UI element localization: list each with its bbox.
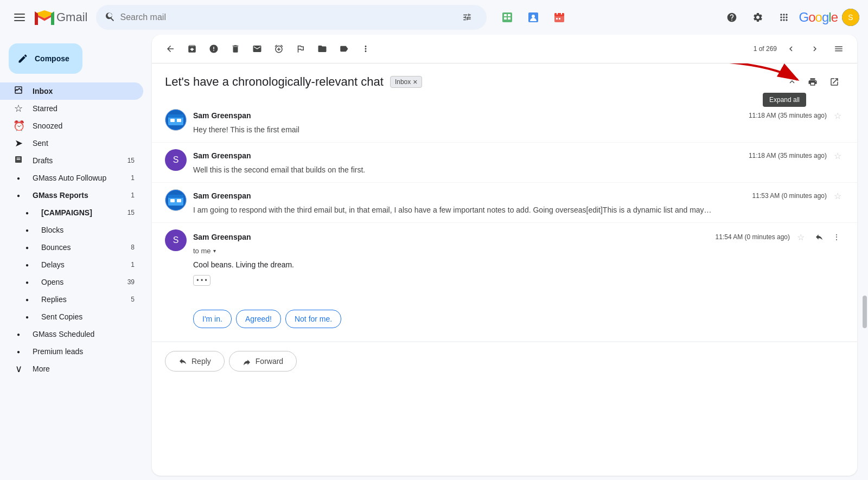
more-msg-actions[interactable]: ⋮ [829,229,844,245]
sidebar-item-premium-leads[interactable]: ● Premium leads [0,343,143,360]
forward-button[interactable]: Forward [229,351,297,372]
sidebar-item-bounces[interactable]: ● Bounces 8 [0,239,143,256]
reply-button[interactable]: Reply [165,351,225,372]
star-icon: ☆ [13,103,24,114]
campaigns-count: 15 [127,209,135,216]
sent-icon: ➤ [13,137,24,149]
svg-point-9 [532,15,535,18]
contacts-icon[interactable] [521,5,545,29]
svg-rect-12 [557,12,558,15]
compose-icon [17,53,28,64]
settings-icon[interactable] [747,7,769,28]
inbox-badge-close[interactable]: × [413,78,417,86]
sidebar-item-blocks[interactable]: ● Blocks [0,221,143,239]
more-label: More [33,364,135,373]
expand-all-tooltip: Expand all [763,93,806,107]
print-button[interactable] [803,72,822,92]
to-me-row: to me ▾ [193,247,844,255]
message-3-star[interactable]: ☆ [831,189,844,202]
prev-page-button[interactable] [781,39,801,59]
message-3-text: I am going to respond with the third ema… [193,204,844,216]
smart-reply-2[interactable]: Agreed! [236,310,281,328]
scrollbar-thumb[interactable] [863,296,867,328]
move-button[interactable] [312,39,332,59]
sidebar-item-delays[interactable]: ● Delays 1 [0,256,143,273]
drafts-label: Drafts [33,156,119,165]
sidebar-item-gmass-scheduled[interactable]: ● GMass Scheduled [0,325,143,343]
open-in-window-button[interactable] [825,72,844,92]
message-2-star[interactable]: ☆ [831,149,844,162]
archive-button[interactable] [182,39,202,59]
bounces-icon: ● [22,245,33,251]
opens-count: 39 [127,278,135,286]
svg-rect-4 [504,14,507,16]
sidebar-item-sent-copies[interactable]: ● Sent Copies [0,308,143,325]
sidebar-item-sent[interactable]: ➤ Sent [0,135,143,152]
message-2-avatar: S [165,149,187,171]
to-me-dropdown[interactable]: ▾ [213,248,216,254]
message-2-sender: Sam Greenspan [193,151,251,160]
more-icon: ∨ [13,363,24,375]
add-task-button[interactable] [291,39,310,59]
replies-label: Replies [41,295,122,304]
sidebar-item-more[interactable]: ∨ More [0,360,143,377]
message-3-time: 11:53 AM (0 minutes ago) [752,192,827,200]
view-options-button[interactable] [829,39,848,59]
search-input[interactable] [120,12,452,22]
help-icon[interactable] [721,7,743,28]
report-spam-button[interactable] [204,39,224,59]
more-actions-button[interactable] [356,39,375,59]
smart-reply-1[interactable]: I'm in. [193,310,232,328]
sidebar-item-drafts[interactable]: Drafts 15 [0,152,143,169]
expand-all-button[interactable]: Expand all [783,73,801,91]
message-1-body: Sam Greenspan 11:18 AM (35 minutes ago) … [193,109,844,136]
svg-rect-15 [559,18,560,20]
sidebar-item-campaigns[interactable]: ● [CAMPAIGNS] 15 [0,204,143,221]
calendar-icon[interactable] [547,5,571,29]
inbox-icon [13,85,24,98]
sidebar-item-opens[interactable]: ● Opens 39 [0,273,143,291]
snoozed-label: Snoozed [33,121,135,130]
svg-rect-3 [502,12,512,22]
svg-rect-2 [14,20,25,21]
message-3-sender: Sam Greenspan [193,191,251,200]
user-avatar[interactable]: S [842,9,859,26]
reply-action-icon[interactable] [812,229,827,245]
show-more-button[interactable]: • • • [193,275,210,286]
gmass-scheduled-icon: ● [13,331,24,337]
forward-icon [242,357,251,366]
message-1-star[interactable]: ☆ [831,109,844,122]
hamburger-menu[interactable] [9,7,30,28]
premium-leads-icon: ● [13,349,24,355]
gmass-scheduled-label: GMass Scheduled [33,330,135,338]
forward-btn-label: Forward [256,357,283,366]
back-button[interactable] [161,39,180,59]
smart-reply-3[interactable]: Not for me. [285,310,341,328]
sidebar-item-replies[interactable]: ● Replies 5 [0,291,143,308]
sidebar-item-starred[interactable]: ☆ Starred [0,100,143,117]
mark-unread-button[interactable] [247,39,267,59]
premium-leads-label: Premium leads [33,347,135,356]
message-2-body: Sam Greenspan 11:18 AM (35 minutes ago) … [193,149,844,176]
sidebar-item-gmass-reports[interactable]: ● GMass Reports 1 [0,187,143,204]
search-filter-icon[interactable] [456,7,478,28]
message-4-star[interactable]: ☆ [794,231,807,244]
sent-copies-icon: ● [22,314,33,320]
sidebar-item-snoozed[interactable]: ⏰ Snoozed [0,117,143,135]
spreadsheet-icon[interactable] [495,5,519,29]
sidebar-item-inbox[interactable]: Inbox [0,82,143,100]
label-button[interactable] [334,39,354,59]
message-1-avatar [165,109,187,131]
sidebar-item-gmass-followup[interactable]: ● GMass Auto Followup 1 [0,169,143,187]
delete-button[interactable] [226,39,245,59]
message-2-time: 11:18 AM (35 minutes ago) [749,152,827,159]
message-4-text: Cool beans. Living the dream. [193,259,844,271]
next-page-button[interactable] [805,39,825,59]
apps-icon[interactable] [773,7,795,28]
compose-button[interactable]: Compose [9,43,82,74]
replies-icon: ● [22,297,33,303]
email-thread-panel: 1 of 269 Let's have a chronologicall [152,35,857,476]
message-1-time: 11:18 AM (35 minutes ago) [749,112,827,119]
blocks-icon: ● [22,227,33,233]
snooze-button[interactable] [269,39,289,59]
